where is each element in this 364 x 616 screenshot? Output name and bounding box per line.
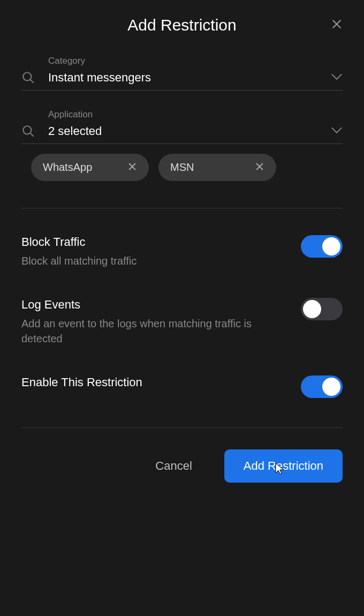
application-select[interactable]: 2 selected <box>21 124 343 144</box>
toggle-knob <box>322 378 340 396</box>
chip-remove-button[interactable] <box>255 162 264 174</box>
close-icon <box>255 164 264 173</box>
category-value: Instant messengers <box>48 71 331 85</box>
block-traffic-desc: Block all matching traffic <box>21 253 290 268</box>
chip-msn[interactable]: MSN <box>158 154 276 181</box>
toggle-knob <box>303 300 321 318</box>
enable-restriction-title: Enable This Restriction <box>21 375 290 389</box>
svg-point-0 <box>23 72 31 80</box>
chip-remove-button[interactable] <box>127 162 137 174</box>
submit-button[interactable]: Add Restriction <box>224 449 343 483</box>
close-button[interactable] <box>331 18 343 32</box>
chevron-down-icon <box>331 73 343 82</box>
close-icon <box>127 164 137 173</box>
application-label: Application <box>48 109 343 120</box>
block-traffic-toggle[interactable] <box>301 235 343 258</box>
close-icon <box>331 22 343 32</box>
chip-whatsapp[interactable]: WhatsApp <box>31 154 149 181</box>
category-select[interactable]: Instant messengers <box>21 71 343 91</box>
divider <box>21 208 343 208</box>
search-icon <box>21 71 48 85</box>
category-label: Category <box>48 56 343 66</box>
log-events-title: Log Events <box>21 298 290 312</box>
chip-label: WhatsApp <box>43 161 92 174</box>
block-traffic-title: Block Traffic <box>21 235 290 249</box>
cancel-button[interactable]: Cancel <box>155 459 192 473</box>
dialog-title: Add Restriction <box>127 16 236 34</box>
toggle-knob <box>322 237 340 256</box>
log-events-toggle[interactable] <box>301 298 343 320</box>
svg-point-1 <box>23 126 31 134</box>
chip-label: MSN <box>170 161 194 174</box>
log-events-desc: Add an event to the logs when matching t… <box>21 316 290 346</box>
enable-restriction-toggle[interactable] <box>301 375 343 398</box>
search-icon <box>21 124 48 138</box>
chevron-down-icon <box>331 126 343 136</box>
application-value: 2 selected <box>48 124 331 138</box>
